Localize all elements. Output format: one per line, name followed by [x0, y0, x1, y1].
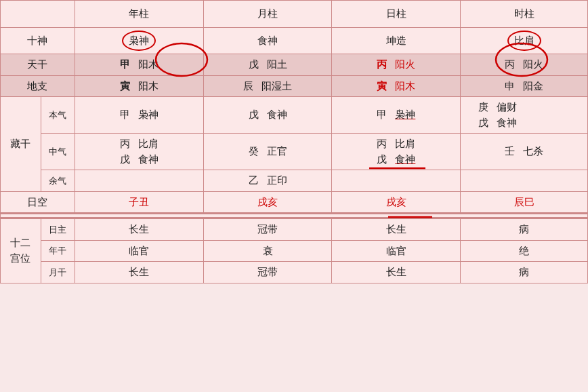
shishen-row: 十神 枭神 食神 坤造 比肩 [1, 27, 588, 54]
shier-day-1: 长生 [332, 218, 461, 241]
rikong-month: 戌亥 [203, 191, 332, 214]
shier-year-2: 临官 [75, 240, 203, 262]
zanggan-day-yuqi [332, 170, 461, 192]
yuqi-label: 余气 [41, 170, 75, 192]
dizhi-row: 地支 寅 阳木 辰 阳湿土 寅 阳木 [1, 75, 588, 97]
zanggan-hour-benqi: 庚偏财 戊食神 [461, 97, 588, 134]
shier-label: 十二 宫位 [1, 218, 41, 283]
rikong-hour: 辰巳 [461, 191, 588, 214]
zanggan-label: 藏干 [1, 97, 41, 192]
zanggan-hour-yuqi [461, 170, 588, 192]
zanggan-day-benqi: 甲 枭神 [332, 97, 461, 134]
dizhi-year: 寅 阳木 [75, 75, 203, 97]
year-col-header: 年柱 [75, 1, 203, 28]
dizhi-hour: 申 阳金 [461, 75, 588, 97]
shier-row1: 十二 宫位 日主 长生 冠带 长生 病 [1, 218, 588, 241]
rikong-row: 日空 子丑 戌亥 戌亥 辰巳 [1, 191, 588, 214]
shier-year-1: 长生 [75, 218, 203, 241]
zanggan-day-zhongqi: 丙 比肩 戊 食神 [332, 134, 461, 170]
benqi-label: 本气 [41, 97, 75, 134]
zanggan-month-benqi: 戊 食神 [203, 97, 332, 134]
zanggan-year-yuqi [75, 170, 203, 192]
tiangan-hour: 丙 阳火 [461, 54, 588, 76]
rikong-year: 子丑 [75, 191, 203, 214]
shier-month-2: 衰 [203, 240, 332, 262]
rikong-day: 戌亥 [332, 191, 461, 214]
shishen-month: 食神 [203, 27, 332, 54]
shier-hour-3: 病 [461, 262, 588, 283]
tiangan-day: 丙 阳火 [332, 54, 461, 76]
zanggan-year-benqi: 甲 枭神 [75, 97, 203, 134]
shier-sub2: 年干 [41, 240, 75, 262]
header-row: 年柱 月柱 日柱 时柱 [1, 1, 588, 28]
shishen-hour: 比肩 [461, 27, 588, 54]
zanggan-month-yuqi: 乙 正印 [203, 170, 332, 192]
zanggan-hour-zhongqi: 壬 七杀 [461, 134, 588, 170]
hour-col-header: 时柱 [461, 1, 588, 28]
shier-hour-1: 病 [461, 218, 588, 241]
shishen-hour-circle: 比肩 [507, 31, 541, 52]
zanggan-zhongqi-row: 中气 丙比肩 戊食神 癸 正官 丙 比肩 [1, 134, 588, 170]
shishen-year: 枭神 [75, 27, 203, 54]
rikong-label: 日空 [1, 191, 75, 214]
dizhi-month: 辰 阳湿土 [203, 75, 332, 97]
zanggan-yuqi-row: 余气 乙 正印 [1, 170, 588, 192]
shier-month-1: 冠带 [203, 218, 332, 241]
zanggan-month-zhongqi: 癸 正官 [203, 134, 332, 170]
zanggan-benqi-row: 藏干 本气 甲 枭神 戊 食神 甲 枭神 [1, 97, 588, 134]
shier-day-2: 临官 [332, 240, 461, 262]
shishen-year-circle: 枭神 [122, 31, 156, 52]
shier-row3: 月干 长生 冠带 长生 病 [1, 262, 588, 283]
shier-year-3: 长生 [75, 262, 203, 283]
bazi-chart: 年柱 月柱 日柱 时柱 十神 枭神 食神 坤造 比肩 天干 [0, 0, 588, 283]
month-col-header: 月柱 [203, 1, 332, 28]
shishen-label: 十神 [1, 27, 75, 54]
divider-row [1, 214, 588, 218]
dizhi-day: 寅 阳木 [332, 75, 461, 97]
zanggan-year-zhongqi: 丙比肩 戊食神 [75, 134, 203, 170]
shier-sub1: 日主 [41, 218, 75, 241]
shier-sub3: 月干 [41, 262, 75, 283]
shier-month-3: 冠带 [203, 262, 332, 283]
zhongqi-label: 中气 [41, 134, 75, 170]
shier-day-3: 长生 [332, 262, 461, 283]
dizhi-label: 地支 [1, 75, 75, 97]
tiangan-year: 甲 阳木 [75, 54, 203, 76]
tiangan-label: 天干 [1, 54, 75, 76]
shier-hour-2: 绝 [461, 240, 588, 262]
day-col-header: 日柱 [332, 1, 461, 28]
shier-row2: 年干 临官 衰 临官 绝 [1, 240, 588, 262]
shishen-day: 坤造 [332, 27, 461, 54]
tiangan-row: 天干 甲 阳木 戊 阳土 丙 阳火 [1, 54, 588, 76]
tiangan-month: 戊 阳土 [203, 54, 332, 76]
